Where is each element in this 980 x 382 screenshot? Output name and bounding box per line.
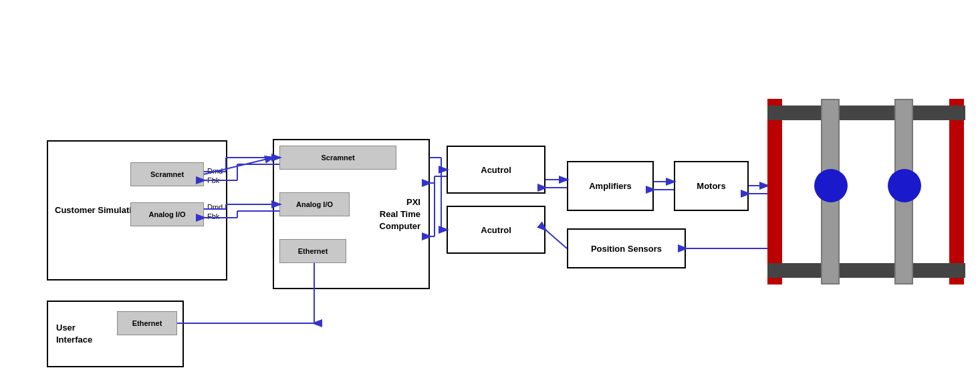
scramnet-inner-left: Scramnet <box>130 162 204 186</box>
analog-io-inner-pxi: Analog I/O <box>279 192 350 216</box>
dmd-fbk-label-1: DmdFbk <box>207 166 223 186</box>
motors-box: Motors <box>674 161 749 211</box>
analog-io-inner-left: Analog I/O <box>130 202 204 226</box>
dmd-fbk-label-2: DmdFbk <box>207 202 223 222</box>
user-interface-label: UserInterface <box>56 322 92 346</box>
position-sensors-box: Position Sensors <box>567 228 686 268</box>
ethernet-inner-pxi: Ethernet <box>279 239 346 263</box>
ethernet-inner-ui: Ethernet <box>117 311 177 335</box>
mech-rail-bottom <box>767 263 965 278</box>
amplifiers-label: Amplifiers <box>589 181 632 191</box>
scramnet-inner-pxi: Scramnet <box>279 146 396 170</box>
mech-red-bar-right <box>949 99 964 284</box>
mech-circle-left <box>814 169 848 202</box>
mech-rail-top <box>767 106 965 120</box>
mech-red-bar-left <box>767 99 782 284</box>
amplifiers-box: Amplifiers <box>567 161 654 211</box>
acutrol1-label: Acutrol <box>481 165 511 175</box>
diagram: Customer Simulation Computer Scramnet An… <box>0 0 980 382</box>
acutrol1-box: Acutrol <box>447 146 545 194</box>
svg-line-28 <box>545 230 567 248</box>
position-sensors-label: Position Sensors <box>591 244 662 254</box>
mech-circle-right <box>888 169 921 202</box>
motors-label: Motors <box>697 181 725 191</box>
acutrol2-box: Acutrol <box>447 206 545 254</box>
pxi-label: PXIReal TimeComputer <box>380 196 420 232</box>
acutrol2-label: Acutrol <box>481 225 511 235</box>
